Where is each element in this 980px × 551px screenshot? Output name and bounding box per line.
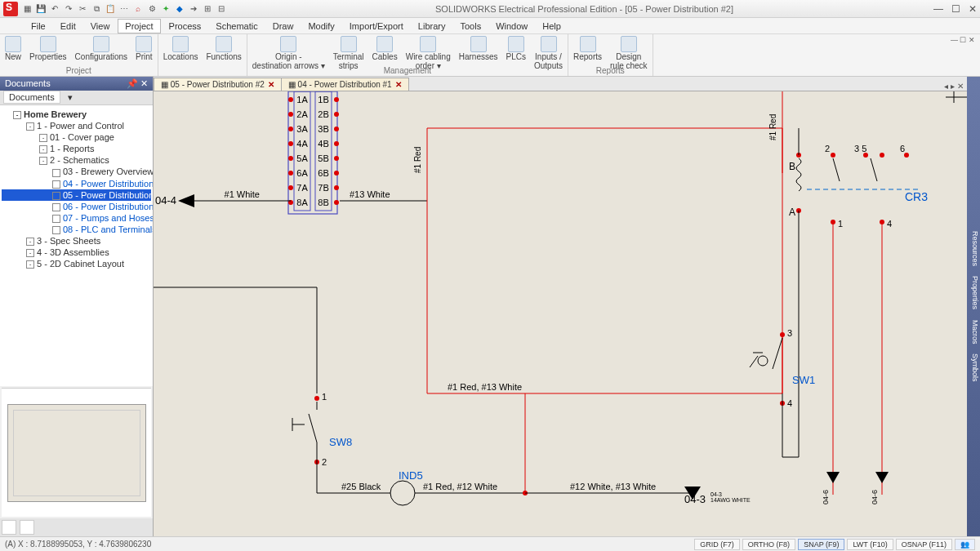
ribbon-plcs-button[interactable]: PLCs [506,36,526,62]
svg-point-57 [831,153,835,158]
qat-more-icon[interactable]: ⋯ [118,3,130,15]
qat-new-icon[interactable]: ▦ [21,3,33,15]
qat-redo-icon[interactable]: ↷ [63,3,74,15]
svg-line-78 [750,356,758,367]
status-snap-button[interactable]: SNAP (F9) [798,539,844,550]
minimize-button[interactable]: — [933,3,943,15]
documents-panel: Documents 📌 ✕ Documents ▾ -Home Brewery … [0,77,154,536]
menu-edit[interactable]: Edit [54,20,82,33]
tree-item[interactable]: 03 - Brewery Overview/Setup [2,166,151,177]
menu-draw[interactable]: Draw [266,20,301,33]
qat-copy-icon[interactable]: ⧉ [91,3,102,15]
menu-project[interactable]: Project [118,19,160,33]
qat-undo-icon[interactable]: ↶ [49,3,60,15]
ribbon-reports-button[interactable]: Reports [573,36,602,62]
close-button[interactable]: ✕ [969,3,977,15]
document-tabs: ▦ 05 - Power Distribution #2 ✕▦ 04 - Pow… [154,77,967,91]
svg-text:4: 4 [787,398,792,408]
tree-item[interactable]: 08 - PLC and Terminals [2,224,151,235]
svg-point-22 [288,141,293,146]
tree-item[interactable]: 06 - Power Distribution #3 [2,201,151,212]
status-osnap-button[interactable]: OSNAP (F11) [896,539,952,550]
panel-foot-btn2[interactable] [20,520,34,535]
relay-cr3: B A 2 1 3 5 4 6 CR3 [789,144,928,229]
ribbon-icon [508,36,524,52]
menu-library[interactable]: Library [412,20,452,33]
tree-item[interactable]: -2 - Schematics [2,154,151,166]
tree-item[interactable]: 04 - Power Distribution #1 [2,178,151,189]
wire-25-black-label: #25 Black [341,482,381,491]
qat-cut-icon[interactable]: ✂ [77,3,88,15]
ribbon-harnesses-button[interactable]: Harnesses [459,36,498,62]
ribbon-configurations-button[interactable]: Configurations [75,36,127,62]
svg-text:3B: 3B [318,124,328,134]
panel-foot-btn1[interactable] [2,520,16,535]
menu-tools[interactable]: Tools [453,20,488,33]
qat-tool3-icon[interactable]: ◆ [174,3,185,15]
tree-item[interactable]: -3 - Spec Sheets [2,235,151,247]
ribbon-cables-button[interactable]: Cables [372,36,398,62]
ref-04-4-label: 04-4 [155,194,176,207]
tree-item[interactable]: -01 - Cover page [2,131,151,143]
ribbon-locations-button[interactable]: Locations [163,36,198,62]
ribbon-icon [341,36,357,52]
ribbon-origin-button[interactable]: Origin -destination arrows ▾ [252,36,325,70]
menu-window[interactable]: Window [489,20,534,33]
title-bar: ▦ 💾 ↶ ↷ ✂ ⧉ 📋 ⋯ ⌕ ⚙ ✦ ◆ ➔ ⊞ ⊟ SOLIDWORKS… [0,0,980,18]
tree-item[interactable]: 07 - Pumps and Hoses [2,212,151,224]
status-lwt-button[interactable]: LWT (F10) [847,539,893,550]
qat-paste-icon[interactable]: 📋 [105,3,116,15]
document-tab[interactable]: ▦ 04 - Power Distribution #1 ✕ [281,78,409,91]
ribbon-inputs-button[interactable]: Inputs /Outputs [534,36,563,70]
palette-properties[interactable]: Properties [971,276,979,309]
tree-item[interactable]: 05 - Power Distribution #2 [2,189,151,201]
menu-schematic[interactable]: Schematic [209,20,264,33]
tree-item[interactable]: -4 - 3D Assemblies [2,247,151,258]
svg-line-76 [773,338,782,369]
tabstrip-controls[interactable]: ◂ ▸ ✕ [941,82,967,91]
documents-tab-dropdown-icon[interactable]: ▾ [63,91,78,103]
document-tab[interactable]: ▦ 05 - Power Distribution #2 ✕ [154,78,282,91]
svg-point-33 [334,185,339,190]
panel-pin-icon[interactable]: 📌 ✕ [127,78,148,89]
tab-close-icon[interactable]: ✕ [268,80,274,89]
qat-tool1-icon[interactable]: ⚙ [146,3,158,15]
qat-save-icon[interactable]: 💾 [35,3,47,15]
documents-panel-title-text: Documents [5,78,51,89]
palette-resources[interactable]: Resources [971,231,979,266]
ribbon-functions-button[interactable]: Functions [206,36,241,62]
tree-item[interactable]: -5 - 2D Cabinet Layout [2,258,151,269]
schematic-canvas[interactable]: 1A2A3A4A5A6A7A8A 1B2B3B4B5B6B7B8B 04-4 #… [154,91,967,536]
status-ortho-button[interactable]: ORTHO (F8) [742,539,795,550]
menu-importexport[interactable]: Import/Export [343,20,410,33]
documents-tab[interactable]: Documents [3,91,60,104]
qat-tool2-icon[interactable]: ✦ [160,3,172,15]
ribbon-print-button[interactable]: Print [136,36,153,62]
ribbon-wire-button[interactable]: Wire cablingorder ▾ [406,36,451,70]
mdi-controls[interactable]: — ☐ ✕ [951,36,975,44]
ribbon-terminal-button[interactable]: Terminalstrips [333,36,364,70]
qat-tool5-icon[interactable]: ⊞ [202,3,213,15]
status-user-icon[interactable]: 👥 [955,539,975,550]
ribbon-properties-button[interactable]: Properties [29,36,67,62]
menu-file[interactable]: File [24,20,52,33]
menu-process[interactable]: Process [163,20,208,33]
menu-view[interactable]: View [84,20,117,33]
tree-root[interactable]: -Home Brewery [2,109,151,120]
qat-tool4-icon[interactable]: ➔ [188,3,199,15]
status-grid-button[interactable]: GRID (F7) [694,539,740,550]
tree-item[interactable]: -1 - Power and Control [2,120,151,131]
ribbon-new-button[interactable]: New [5,36,21,62]
maximize-button[interactable]: ☐ [951,3,960,15]
palette-macros[interactable]: Macros [971,320,979,344]
qat-zoom-icon[interactable]: ⌕ [132,3,144,15]
tab-close-icon[interactable]: ✕ [395,80,402,89]
menu-help[interactable]: Help [536,20,568,33]
ribbon-icon [5,36,21,52]
qat-tool6-icon[interactable]: ⊟ [216,3,227,15]
ribbon-design-button[interactable]: Designrule check [610,36,648,70]
menu-modify[interactable]: Modify [301,20,341,33]
palette-symbols[interactable]: Symbols [971,353,979,382]
svg-text:04-6: 04-6 [871,490,879,504]
tree-item[interactable]: -1 - Reports [2,143,151,154]
